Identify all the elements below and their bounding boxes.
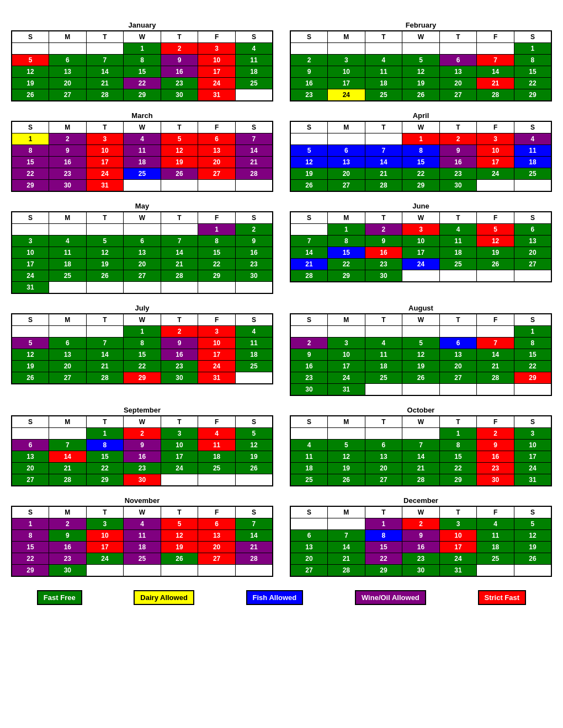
- calendar-day: 9: [402, 530, 440, 542]
- calendar-day: 11: [365, 66, 402, 78]
- calendar-day: 14: [290, 247, 328, 259]
- calendar-day: 26: [402, 372, 440, 384]
- calendar-day: 18: [439, 247, 477, 259]
- calendar-day: 19: [402, 78, 440, 89]
- calendar-day: 4: [365, 55, 402, 66]
- calendar-day: 3: [402, 224, 440, 235]
- calendar-day: 30: [49, 180, 87, 192]
- calendar-day: 1: [12, 133, 49, 145]
- calendar-day: 3: [328, 338, 365, 349]
- calendar-day: 6: [198, 133, 236, 145]
- legend-item-strict-fast: Strict Fast: [478, 590, 527, 605]
- calendar-day: 9: [365, 235, 402, 247]
- calendar-day: 26: [86, 270, 124, 282]
- calendar-day: 30: [365, 270, 402, 282]
- calendar-day: [12, 428, 49, 440]
- calendar-day: 25: [235, 361, 273, 372]
- calendar-day: 18: [365, 78, 402, 89]
- calendar-day: 27: [124, 270, 161, 282]
- day-header: T: [86, 416, 124, 428]
- calendar-day: 14: [402, 451, 440, 463]
- calendar-day: 25: [514, 168, 551, 180]
- calendar-day: [49, 282, 87, 294]
- calendar-day: 4: [198, 428, 236, 440]
- calendar-day: [290, 428, 328, 440]
- calendar-day: 29: [514, 372, 551, 384]
- calendar-day: 11: [514, 145, 551, 157]
- calendar-day: 16: [402, 542, 440, 553]
- calendar-day: 2: [49, 133, 87, 145]
- calendar-day: 15: [12, 542, 49, 553]
- calendar-day: 26: [161, 553, 198, 565]
- calendar-day: 18: [514, 157, 551, 168]
- calendar-day: 12: [161, 145, 198, 157]
- day-header: M: [328, 121, 365, 133]
- day-header: S: [290, 31, 328, 43]
- calendar-day: 25: [477, 553, 514, 565]
- calendar-day: 28: [477, 89, 514, 101]
- calendar-day: [124, 565, 161, 577]
- legend-item-fast-free: Fast Free: [37, 590, 82, 605]
- calendar-day: 8: [12, 530, 49, 542]
- calendar-day: 27: [12, 474, 49, 486]
- day-header: S: [235, 506, 273, 518]
- month-november: NovemberSMTWTFS1234567891011121314151617…: [11, 496, 273, 577]
- calendar-day: 11: [439, 235, 477, 247]
- month-title-april: April: [290, 111, 552, 120]
- day-header: S: [514, 506, 551, 518]
- calendar-day: 26: [514, 553, 551, 565]
- calendar-day: 12: [12, 66, 49, 78]
- calendar-day: 10: [328, 66, 365, 78]
- calendar-day: 27: [49, 372, 87, 384]
- calendar-day: 22: [86, 463, 124, 474]
- calendar-day: [290, 133, 328, 145]
- calendar-day: 13: [198, 530, 236, 542]
- day-header: S: [235, 212, 273, 224]
- calendar-day: 22: [124, 361, 161, 372]
- calendar-day: [365, 428, 402, 440]
- calendar-day: 18: [290, 463, 328, 474]
- calendar-day: 20: [328, 168, 365, 180]
- calendar-day: 30: [161, 372, 198, 384]
- calendar-day: 28: [49, 474, 87, 486]
- calendar-day: [477, 326, 514, 338]
- day-header: M: [328, 212, 365, 224]
- calendar-day: [86, 326, 124, 338]
- calendar-day: 17: [86, 542, 124, 553]
- calendar-day: 6: [124, 235, 161, 247]
- calendar-day: 11: [49, 247, 87, 259]
- calendar-day: 10: [161, 440, 198, 451]
- calendar-day: [49, 224, 87, 235]
- calendar-day: 4: [235, 43, 273, 55]
- calendar-day: 6: [290, 530, 328, 542]
- calendar-day: 5: [514, 518, 551, 530]
- calendar-day: 28: [86, 372, 124, 384]
- calendar-day: [86, 43, 124, 55]
- calendar-day: 25: [198, 463, 236, 474]
- calendar-day: [198, 565, 236, 577]
- month-table-august: SMTWTFS123456789101112131415161718192021…: [290, 313, 552, 396]
- day-header: F: [477, 31, 514, 43]
- calendar-day: 7: [402, 440, 440, 451]
- calendar-day: 19: [514, 542, 551, 553]
- calendar-day: 12: [86, 247, 124, 259]
- calendar-day: 20: [514, 247, 551, 259]
- calendar-day: 17: [439, 542, 477, 553]
- calendar-day: 2: [161, 43, 198, 55]
- calendar-day: 3: [86, 518, 124, 530]
- month-title-may: May: [11, 202, 273, 210]
- calendar-day: 2: [49, 518, 87, 530]
- calendar-day: 26: [235, 463, 273, 474]
- calendar-day: 24: [439, 553, 477, 565]
- calendar-day: [328, 428, 365, 440]
- calendar-day: 13: [124, 247, 161, 259]
- calendar-day: 18: [477, 542, 514, 553]
- calendar-day: 12: [402, 349, 440, 361]
- day-header: T: [365, 212, 402, 224]
- calendar-day: 28: [402, 474, 440, 486]
- day-header: F: [198, 212, 236, 224]
- calendar-day: [402, 326, 440, 338]
- day-header: S: [12, 416, 49, 428]
- calendar-day: 9: [477, 440, 514, 451]
- calendar-day: 6: [514, 224, 551, 235]
